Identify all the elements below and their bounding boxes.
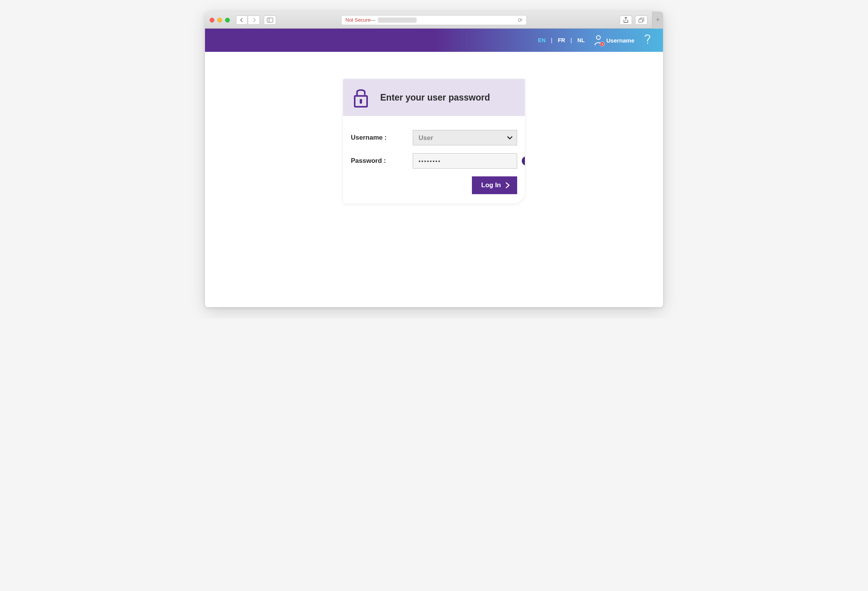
lang-separator: | xyxy=(571,37,572,43)
lang-nl[interactable]: NL xyxy=(578,37,585,43)
sidebar-toggle-button[interactable] xyxy=(264,15,276,25)
logout-badge-icon: ✕ xyxy=(600,42,605,46)
card-title: Enter your user password xyxy=(380,92,490,103)
page-header: EN | FR | NL ✕ Username xyxy=(205,29,663,52)
browser-toolbar: Not Secure — ⟳ + xyxy=(205,12,663,29)
minimize-window-button[interactable] xyxy=(217,18,222,22)
back-button[interactable] xyxy=(236,15,248,25)
maximize-window-button[interactable] xyxy=(225,18,230,22)
user-icon: ✕ xyxy=(594,35,603,46)
username-select[interactable]: User xyxy=(413,130,517,145)
card-body: Username : User Password : ? xyxy=(343,116,525,203)
content-area: Enter your user password Username : User xyxy=(205,52,663,307)
button-row: Log In xyxy=(351,176,517,194)
svg-rect-0 xyxy=(267,18,273,22)
url-separator: — xyxy=(371,17,376,23)
new-tab-button[interactable]: + xyxy=(652,12,663,29)
forward-button[interactable] xyxy=(248,15,260,25)
browser-window: Not Secure — ⟳ + EN | FR | NL xyxy=(205,12,663,307)
lang-en[interactable]: EN xyxy=(538,37,545,43)
password-label: Password : xyxy=(351,157,413,165)
tabs-button[interactable] xyxy=(635,15,648,25)
username-control-wrap: User xyxy=(413,130,517,145)
toolbar-right: + xyxy=(620,15,658,25)
password-control-wrap: ? xyxy=(413,153,517,169)
password-row: Password : ? xyxy=(351,153,517,169)
login-button[interactable]: Log In xyxy=(472,176,517,194)
share-button[interactable] xyxy=(620,15,632,25)
url-redacted xyxy=(378,17,417,23)
security-status: Not Secure xyxy=(345,17,371,23)
chevron-right-icon xyxy=(505,182,510,189)
card-header: Enter your user password xyxy=(343,79,525,116)
lang-fr[interactable]: FR xyxy=(558,37,565,43)
login-card: Enter your user password Username : User xyxy=(343,79,525,203)
window-controls xyxy=(210,18,230,22)
lang-separator: | xyxy=(551,37,552,43)
user-info[interactable]: ✕ Username xyxy=(594,35,634,46)
navigation-buttons xyxy=(236,15,260,25)
lock-icon xyxy=(352,87,369,108)
username-label: Username xyxy=(606,37,634,44)
login-button-label: Log In xyxy=(481,181,501,189)
username-label: Username : xyxy=(351,134,413,142)
language-switcher: EN | FR | NL xyxy=(538,37,585,43)
username-row: Username : User xyxy=(351,130,517,145)
close-window-button[interactable] xyxy=(210,18,214,22)
svg-point-4 xyxy=(596,36,600,39)
svg-rect-6 xyxy=(360,99,362,104)
password-help-icon[interactable]: ? xyxy=(522,156,525,166)
help-icon[interactable] xyxy=(644,33,651,48)
address-bar[interactable]: Not Secure — ⟳ xyxy=(341,15,527,25)
reload-icon[interactable]: ⟳ xyxy=(518,17,523,23)
password-input[interactable] xyxy=(413,153,517,169)
svg-rect-3 xyxy=(639,19,643,22)
